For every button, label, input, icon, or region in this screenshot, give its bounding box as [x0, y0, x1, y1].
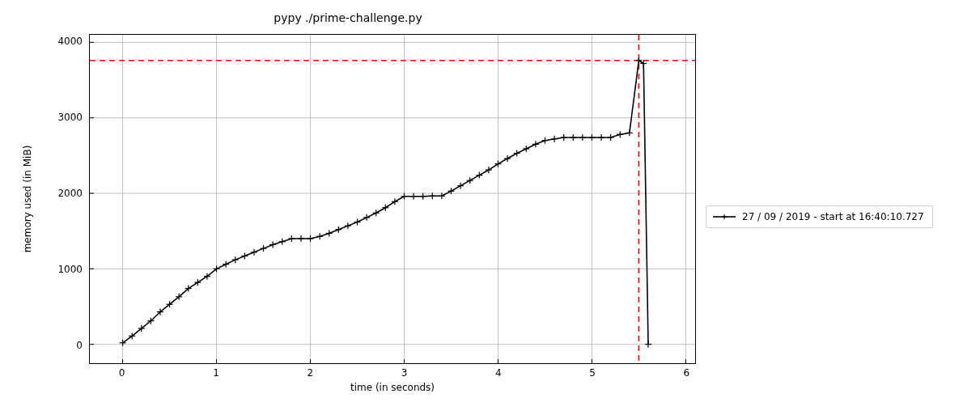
tick-marks — [90, 42, 685, 363]
y-axis-label: memory used (in MiB) — [22, 146, 33, 253]
y-tick-label: 0 — [42, 340, 83, 351]
x-tick-label: 4 — [495, 367, 502, 379]
legend: 27 / 09 / 2019 - start at 16:40:10.727 — [706, 205, 933, 228]
y-tick-label: 2000 — [42, 188, 83, 199]
x-tick-label: 3 — [401, 367, 408, 379]
x-tick-label: 5 — [589, 367, 596, 379]
reference-lines — [90, 35, 695, 363]
y-tick-labels: 0 1000 2000 3000 4000 — [40, 34, 86, 364]
x-tick-label: 6 — [684, 367, 690, 379]
legend-label: 27 / 09 / 2019 - start at 16:40:10.727 — [742, 211, 924, 222]
y-tick-label: 3000 — [42, 112, 83, 123]
x-tick-label: 1 — [213, 367, 219, 379]
x-tick-labels: 0 1 2 3 4 5 6 — [89, 364, 696, 380]
y-tick-label: 1000 — [42, 264, 83, 275]
x-tick-label: 0 — [119, 367, 125, 379]
legend-marker-icon — [713, 211, 736, 222]
x-tick-label: 2 — [307, 367, 313, 379]
grid-lines — [90, 35, 695, 363]
x-axis-label: time (in seconds) — [350, 382, 435, 393]
chart-title: pypy ./prime-challenge.py — [0, 11, 696, 24]
figure: pypy ./prime-challenge.py memory used (i… — [0, 0, 980, 419]
plot-area — [89, 34, 696, 364]
data-series — [120, 57, 651, 348]
plot-svg — [90, 35, 695, 363]
y-tick-label: 4000 — [42, 36, 83, 47]
